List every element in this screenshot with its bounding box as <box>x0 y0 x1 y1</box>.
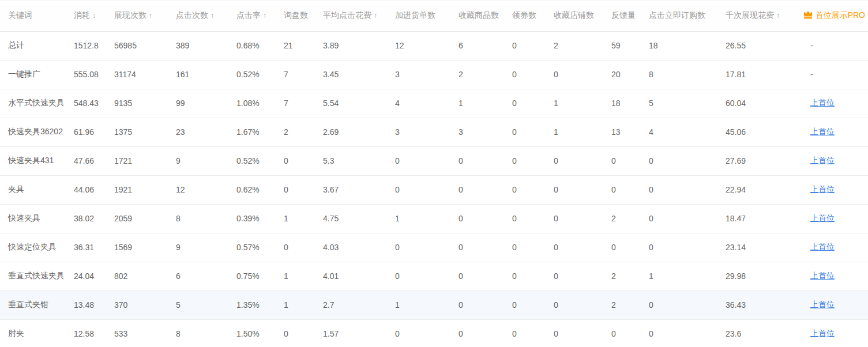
cell-clicks: 9 <box>176 146 236 175</box>
cell-cost: 1512.8 <box>74 31 114 60</box>
cell-ctr: 0.62% <box>236 175 284 204</box>
cell-coupons: 0 <box>512 262 554 291</box>
cell-add_to_order: 3 <box>395 118 459 146</box>
cell-fav_products: 0 <box>459 204 512 233</box>
cell-cpm: 27.69 <box>726 146 802 175</box>
cell-ctr: 1.50% <box>236 319 284 347</box>
top-position-link[interactable]: 上首位 <box>810 242 835 251</box>
cell-impressions: 56985 <box>114 31 176 60</box>
column-header-top_pro[interactable]: 首位展示PRO <box>802 1 868 31</box>
cell-fav_shops: 0 <box>554 60 611 89</box>
top-position-link[interactable]: 上首位 <box>810 271 835 280</box>
cell-fav_shops: 1 <box>554 89 611 118</box>
cell-add_to_order: 0 <box>395 233 459 262</box>
sort-asc-icon: ↑ <box>374 12 377 20</box>
cell-inquiries: 21 <box>284 31 323 60</box>
cell-fav_products: 0 <box>459 262 512 291</box>
column-header-avg_click_cost[interactable]: 平均点击花费↑ <box>323 1 395 31</box>
top-position-link[interactable]: 上首位 <box>810 213 835 222</box>
cell-feedback: 18 <box>611 89 649 118</box>
cell-click_order_now: 4 <box>649 118 726 146</box>
cell-inquiries: 2 <box>284 118 323 146</box>
cell-impressions: 31174 <box>114 60 176 89</box>
cell-coupons: 0 <box>512 204 554 233</box>
table-header: 关键词消耗↓展现次数↑点击次数↑点击率↑询盘数平均点击花费↑加进货单数收藏商品数… <box>0 1 868 31</box>
top-position-link[interactable]: 上首位 <box>810 156 835 165</box>
cell-avg_click_cost: 3.45 <box>323 60 395 89</box>
cell-add_to_order: 0 <box>395 319 459 347</box>
cell-cost: 24.04 <box>74 262 114 291</box>
cell-fav_products: 0 <box>459 233 512 262</box>
column-header-clicks[interactable]: 点击次数↑ <box>176 1 236 31</box>
cell-ctr: 1.35% <box>236 291 284 319</box>
cell-feedback: 2 <box>611 262 649 291</box>
cell-click_order_now: 0 <box>649 175 726 204</box>
top-position-link[interactable]: 上首位 <box>810 300 835 309</box>
cell-impressions: 1721 <box>114 146 176 175</box>
column-header-ctr[interactable]: 点击率↑ <box>236 1 284 31</box>
cell-avg_click_cost: 5.54 <box>323 89 395 118</box>
top-position-link[interactable]: 上首位 <box>810 184 835 194</box>
cell-fav_shops: 2 <box>554 31 611 60</box>
cell-inquiries: 1 <box>284 262 323 291</box>
cell-inquiries: 0 <box>284 319 323 347</box>
column-label: 点击立即订购数 <box>649 10 705 20</box>
cell-feedback: 2 <box>611 291 649 319</box>
column-header-inquiries: 询盘数 <box>284 1 323 31</box>
cell-impressions: 802 <box>114 262 176 291</box>
sort-asc-icon: ↑ <box>149 12 152 20</box>
cell-inquiries: 0 <box>284 233 323 262</box>
cell-fav_products: 1 <box>459 89 512 118</box>
cell-ctr: 0.68% <box>236 31 284 60</box>
cell-avg_click_cost: 3.89 <box>323 31 395 60</box>
cell-add_to_order: 0 <box>395 262 459 291</box>
cell-add_to_order: 3 <box>395 60 459 89</box>
column-header-fav_shops: 收藏店铺数 <box>554 1 611 31</box>
column-header-keyword: 关键词 <box>0 1 74 31</box>
top-position-link[interactable]: 上首位 <box>810 98 835 107</box>
table-row: 快速夹具43147.66172190.52%05.300000027.69上首位 <box>0 146 868 175</box>
cell-clicks: 99 <box>176 89 236 118</box>
cell-clicks: 12 <box>176 175 236 204</box>
cell-avg_click_cost: 1.57 <box>323 319 395 347</box>
cell-top_pro: - <box>802 31 868 60</box>
cell-cost: 38.02 <box>74 204 114 233</box>
cell-coupons: 0 <box>512 291 554 319</box>
cell-inquiries: 7 <box>284 89 323 118</box>
cell-cost: 36.31 <box>74 233 114 262</box>
cell-cpm: 23.6 <box>726 319 802 347</box>
cell-avg_click_cost: 3.67 <box>323 175 395 204</box>
crown-icon <box>803 10 813 21</box>
cell-fav_shops: 0 <box>554 319 611 347</box>
top-position-link[interactable]: 上首位 <box>810 329 835 338</box>
cell-fav_products: 6 <box>459 31 512 60</box>
cell-feedback: 20 <box>611 60 649 89</box>
cell-top_pro: 上首位 <box>802 319 868 347</box>
cell-click_order_now: 0 <box>649 204 726 233</box>
cell-clicks: 5 <box>176 291 236 319</box>
column-header-cost[interactable]: 消耗↓ <box>74 1 114 31</box>
cell-click_order_now: 5 <box>649 89 726 118</box>
cell-keyword: 快速夹具 <box>0 204 74 233</box>
sort-asc-icon: ↑ <box>776 12 780 20</box>
cell-top_pro: 上首位 <box>802 262 868 291</box>
cell-coupons: 0 <box>512 175 554 204</box>
cell-add_to_order: 1 <box>395 204 459 233</box>
top-position-link[interactable]: 上首位 <box>810 127 835 136</box>
cell-fav_products: 0 <box>459 146 512 175</box>
cell-click_order_now: 0 <box>649 233 726 262</box>
cell-click_order_now: 0 <box>649 146 726 175</box>
column-label: 加进货单数 <box>395 10 435 20</box>
column-header-impressions[interactable]: 展现次数↑ <box>114 1 176 31</box>
column-header-fav_products: 收藏商品数 <box>459 1 512 31</box>
no-action-dash: - <box>810 70 813 79</box>
cell-impressions: 1375 <box>114 118 176 146</box>
table-row: 夹具44.061921120.62%03.6700000022.94上首位 <box>0 175 868 204</box>
cell-top_pro: 上首位 <box>802 118 868 146</box>
column-header-cpm[interactable]: 千次展现花费↑ <box>726 1 802 31</box>
table-row: 快速夹具3620261.961375231.67%22.69330113445.… <box>0 118 868 146</box>
cell-ctr: 0.52% <box>236 60 284 89</box>
cell-cost: 12.58 <box>74 319 114 347</box>
column-label: 领券数 <box>512 10 536 20</box>
cell-ctr: 0.57% <box>236 233 284 262</box>
